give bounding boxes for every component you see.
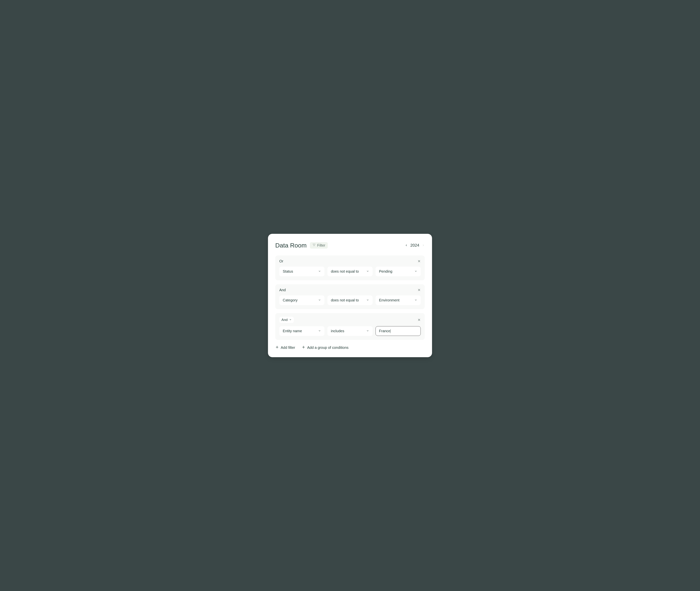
chevron-down-icon [318, 329, 321, 333]
add-filter-label: Add filter [281, 345, 295, 350]
remove-group-button[interactable] [418, 260, 421, 263]
value-select-value: Environment [379, 298, 399, 302]
operator-select[interactable]: does not equal to [327, 296, 373, 305]
filter-chip[interactable]: Filter [310, 242, 328, 249]
card-header: Data Room Filter 2024 [275, 242, 425, 249]
filter-group-head: Or [279, 259, 421, 263]
card-footer: Add filter Add a group of conditions [275, 345, 425, 350]
add-filter-button[interactable]: Add filter [275, 345, 295, 350]
filter-group: Or Status does not equal to Pending [275, 256, 425, 280]
field-select[interactable]: Entity name [279, 326, 324, 336]
year-next-button[interactable] [422, 244, 425, 247]
value-select-value: Pending [379, 269, 392, 273]
funnel-icon [312, 243, 316, 248]
plus-icon [302, 345, 305, 350]
remove-group-button[interactable] [418, 288, 421, 291]
chevron-down-icon [366, 269, 369, 273]
text-caret [390, 329, 391, 333]
group-logic-select[interactable]: And [279, 317, 294, 323]
field-select[interactable]: Status [279, 267, 324, 276]
condition-row: Status does not equal to Pending [279, 267, 421, 276]
field-select-value: Category [283, 298, 298, 302]
field-select-value: Status [283, 269, 293, 273]
group-logic-label: And [279, 288, 286, 292]
value-input[interactable]: France [376, 326, 421, 336]
chevron-down-icon [318, 298, 321, 302]
filter-card: Data Room Filter 2024 Or Statu [268, 234, 432, 357]
chevron-down-icon [289, 318, 292, 322]
operator-select[interactable]: does not equal to [327, 267, 373, 276]
filter-group-head: And [279, 317, 421, 323]
page-title: Data Room [275, 242, 307, 249]
group-logic-value: And [281, 318, 288, 322]
condition-row: Entity name includes France [279, 326, 421, 336]
field-select[interactable]: Category [279, 296, 324, 305]
year-prev-button[interactable] [405, 244, 408, 247]
chevron-down-icon [415, 269, 417, 273]
filter-group: And Entity name includes France [275, 313, 425, 340]
filter-chip-label: Filter [317, 243, 325, 248]
plus-icon [275, 345, 279, 350]
chevron-down-icon [366, 329, 369, 333]
add-group-button[interactable]: Add a group of conditions [302, 345, 348, 350]
filter-group-head: And [279, 288, 421, 292]
year-navigator: 2024 [405, 243, 425, 248]
condition-row: Category does not equal to Environment [279, 296, 421, 305]
group-logic-label: Or [279, 259, 283, 263]
remove-group-button[interactable] [418, 318, 421, 322]
chevron-down-icon [415, 298, 417, 302]
operator-select-value: does not equal to [331, 298, 359, 302]
value-select[interactable]: Environment [376, 296, 421, 305]
add-group-label: Add a group of conditions [307, 345, 348, 350]
operator-select-value: does not equal to [331, 269, 359, 273]
filter-group: And Category does not equal to Environme… [275, 284, 425, 309]
year-value: 2024 [410, 243, 419, 248]
field-select-value: Entity name [283, 329, 302, 333]
operator-select[interactable]: includes [327, 326, 373, 336]
chevron-down-icon [366, 298, 369, 302]
chevron-down-icon [318, 269, 321, 273]
value-select[interactable]: Pending [376, 267, 421, 276]
operator-select-value: includes [331, 329, 344, 333]
value-input-text: France [379, 329, 390, 333]
